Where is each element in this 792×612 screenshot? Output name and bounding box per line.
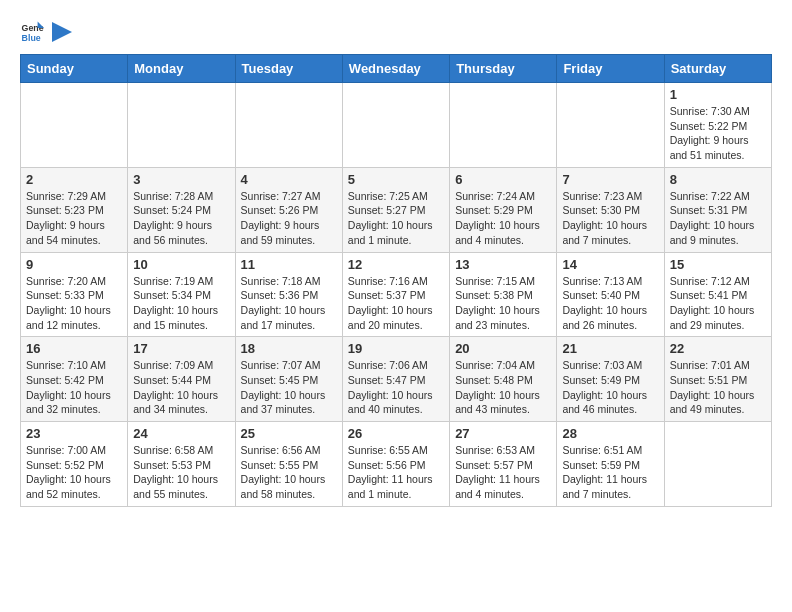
day-number: 24 — [133, 426, 229, 441]
calendar-cell: 8Sunrise: 7:22 AM Sunset: 5:31 PM Daylig… — [664, 167, 771, 252]
calendar-cell — [342, 83, 449, 168]
calendar-cell: 23Sunrise: 7:00 AM Sunset: 5:52 PM Dayli… — [21, 422, 128, 507]
svg-text:Blue: Blue — [22, 33, 41, 43]
day-number: 12 — [348, 257, 444, 272]
calendar-cell — [128, 83, 235, 168]
day-info: Sunrise: 6:56 AM Sunset: 5:55 PM Dayligh… — [241, 443, 337, 502]
calendar-header-row: SundayMondayTuesdayWednesdayThursdayFrid… — [21, 55, 772, 83]
calendar-cell: 18Sunrise: 7:07 AM Sunset: 5:45 PM Dayli… — [235, 337, 342, 422]
day-number: 18 — [241, 341, 337, 356]
day-info: Sunrise: 7:15 AM Sunset: 5:38 PM Dayligh… — [455, 274, 551, 333]
calendar-cell: 13Sunrise: 7:15 AM Sunset: 5:38 PM Dayli… — [450, 252, 557, 337]
day-info: Sunrise: 7:19 AM Sunset: 5:34 PM Dayligh… — [133, 274, 229, 333]
day-number: 28 — [562, 426, 658, 441]
calendar-cell: 21Sunrise: 7:03 AM Sunset: 5:49 PM Dayli… — [557, 337, 664, 422]
logo-arrow-icon — [52, 22, 72, 42]
day-number: 9 — [26, 257, 122, 272]
day-info: Sunrise: 6:53 AM Sunset: 5:57 PM Dayligh… — [455, 443, 551, 502]
calendar-cell: 7Sunrise: 7:23 AM Sunset: 5:30 PM Daylig… — [557, 167, 664, 252]
logo: General Blue — [20, 20, 72, 44]
calendar-cell: 24Sunrise: 6:58 AM Sunset: 5:53 PM Dayli… — [128, 422, 235, 507]
day-info: Sunrise: 7:23 AM Sunset: 5:30 PM Dayligh… — [562, 189, 658, 248]
day-number: 2 — [26, 172, 122, 187]
calendar-week-row: 2Sunrise: 7:29 AM Sunset: 5:23 PM Daylig… — [21, 167, 772, 252]
calendar-cell — [21, 83, 128, 168]
day-number: 16 — [26, 341, 122, 356]
day-number: 21 — [562, 341, 658, 356]
day-number: 7 — [562, 172, 658, 187]
day-info: Sunrise: 7:12 AM Sunset: 5:41 PM Dayligh… — [670, 274, 766, 333]
calendar-cell: 17Sunrise: 7:09 AM Sunset: 5:44 PM Dayli… — [128, 337, 235, 422]
day-number: 20 — [455, 341, 551, 356]
day-number: 3 — [133, 172, 229, 187]
day-info: Sunrise: 7:03 AM Sunset: 5:49 PM Dayligh… — [562, 358, 658, 417]
calendar-week-row: 1Sunrise: 7:30 AM Sunset: 5:22 PM Daylig… — [21, 83, 772, 168]
day-info: Sunrise: 7:30 AM Sunset: 5:22 PM Dayligh… — [670, 104, 766, 163]
calendar-cell — [450, 83, 557, 168]
day-info: Sunrise: 7:20 AM Sunset: 5:33 PM Dayligh… — [26, 274, 122, 333]
day-info: Sunrise: 7:01 AM Sunset: 5:51 PM Dayligh… — [670, 358, 766, 417]
day-info: Sunrise: 7:27 AM Sunset: 5:26 PM Dayligh… — [241, 189, 337, 248]
page-header: General Blue — [20, 20, 772, 44]
calendar-cell: 11Sunrise: 7:18 AM Sunset: 5:36 PM Dayli… — [235, 252, 342, 337]
calendar-cell: 19Sunrise: 7:06 AM Sunset: 5:47 PM Dayli… — [342, 337, 449, 422]
day-number: 23 — [26, 426, 122, 441]
day-info: Sunrise: 7:18 AM Sunset: 5:36 PM Dayligh… — [241, 274, 337, 333]
calendar-cell — [664, 422, 771, 507]
day-info: Sunrise: 7:22 AM Sunset: 5:31 PM Dayligh… — [670, 189, 766, 248]
calendar-cell: 5Sunrise: 7:25 AM Sunset: 5:27 PM Daylig… — [342, 167, 449, 252]
day-info: Sunrise: 6:51 AM Sunset: 5:59 PM Dayligh… — [562, 443, 658, 502]
day-info: Sunrise: 7:06 AM Sunset: 5:47 PM Dayligh… — [348, 358, 444, 417]
calendar-cell: 12Sunrise: 7:16 AM Sunset: 5:37 PM Dayli… — [342, 252, 449, 337]
day-info: Sunrise: 7:07 AM Sunset: 5:45 PM Dayligh… — [241, 358, 337, 417]
calendar-cell: 28Sunrise: 6:51 AM Sunset: 5:59 PM Dayli… — [557, 422, 664, 507]
logo-icon: General Blue — [20, 20, 44, 44]
calendar-week-row: 9Sunrise: 7:20 AM Sunset: 5:33 PM Daylig… — [21, 252, 772, 337]
day-number: 10 — [133, 257, 229, 272]
day-number: 5 — [348, 172, 444, 187]
day-info: Sunrise: 6:55 AM Sunset: 5:56 PM Dayligh… — [348, 443, 444, 502]
day-info: Sunrise: 7:24 AM Sunset: 5:29 PM Dayligh… — [455, 189, 551, 248]
weekday-header-saturday: Saturday — [664, 55, 771, 83]
day-number: 19 — [348, 341, 444, 356]
weekday-header-wednesday: Wednesday — [342, 55, 449, 83]
calendar-cell: 4Sunrise: 7:27 AM Sunset: 5:26 PM Daylig… — [235, 167, 342, 252]
calendar-week-row: 23Sunrise: 7:00 AM Sunset: 5:52 PM Dayli… — [21, 422, 772, 507]
day-info: Sunrise: 7:25 AM Sunset: 5:27 PM Dayligh… — [348, 189, 444, 248]
calendar-table: SundayMondayTuesdayWednesdayThursdayFrid… — [20, 54, 772, 507]
day-number: 8 — [670, 172, 766, 187]
day-info: Sunrise: 7:29 AM Sunset: 5:23 PM Dayligh… — [26, 189, 122, 248]
day-info: Sunrise: 7:16 AM Sunset: 5:37 PM Dayligh… — [348, 274, 444, 333]
day-info: Sunrise: 7:13 AM Sunset: 5:40 PM Dayligh… — [562, 274, 658, 333]
day-number: 1 — [670, 87, 766, 102]
calendar-cell: 15Sunrise: 7:12 AM Sunset: 5:41 PM Dayli… — [664, 252, 771, 337]
weekday-header-thursday: Thursday — [450, 55, 557, 83]
day-number: 6 — [455, 172, 551, 187]
weekday-header-friday: Friday — [557, 55, 664, 83]
day-info: Sunrise: 7:09 AM Sunset: 5:44 PM Dayligh… — [133, 358, 229, 417]
weekday-header-monday: Monday — [128, 55, 235, 83]
svg-marker-3 — [52, 22, 72, 42]
day-info: Sunrise: 7:04 AM Sunset: 5:48 PM Dayligh… — [455, 358, 551, 417]
calendar-cell: 1Sunrise: 7:30 AM Sunset: 5:22 PM Daylig… — [664, 83, 771, 168]
day-info: Sunrise: 7:28 AM Sunset: 5:24 PM Dayligh… — [133, 189, 229, 248]
day-number: 13 — [455, 257, 551, 272]
calendar-week-row: 16Sunrise: 7:10 AM Sunset: 5:42 PM Dayli… — [21, 337, 772, 422]
day-number: 25 — [241, 426, 337, 441]
calendar-cell: 10Sunrise: 7:19 AM Sunset: 5:34 PM Dayli… — [128, 252, 235, 337]
calendar-cell: 20Sunrise: 7:04 AM Sunset: 5:48 PM Dayli… — [450, 337, 557, 422]
day-info: Sunrise: 7:10 AM Sunset: 5:42 PM Dayligh… — [26, 358, 122, 417]
weekday-header-tuesday: Tuesday — [235, 55, 342, 83]
day-info: Sunrise: 7:00 AM Sunset: 5:52 PM Dayligh… — [26, 443, 122, 502]
calendar-cell: 26Sunrise: 6:55 AM Sunset: 5:56 PM Dayli… — [342, 422, 449, 507]
day-number: 17 — [133, 341, 229, 356]
day-number: 4 — [241, 172, 337, 187]
day-number: 15 — [670, 257, 766, 272]
day-number: 26 — [348, 426, 444, 441]
calendar-cell: 14Sunrise: 7:13 AM Sunset: 5:40 PM Dayli… — [557, 252, 664, 337]
weekday-header-sunday: Sunday — [21, 55, 128, 83]
calendar-cell: 3Sunrise: 7:28 AM Sunset: 5:24 PM Daylig… — [128, 167, 235, 252]
calendar-cell: 9Sunrise: 7:20 AM Sunset: 5:33 PM Daylig… — [21, 252, 128, 337]
calendar-cell: 25Sunrise: 6:56 AM Sunset: 5:55 PM Dayli… — [235, 422, 342, 507]
calendar-cell — [235, 83, 342, 168]
